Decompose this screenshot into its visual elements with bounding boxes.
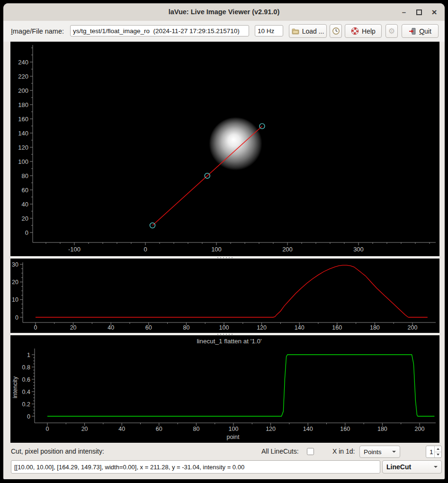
x-tick-label: 100 — [219, 324, 229, 331]
y-tick-label: 0.6 — [22, 376, 30, 383]
x-tick-label: 300 — [353, 246, 364, 253]
chevron-down-icon — [434, 466, 438, 468]
y-tick-label: 0.2 — [22, 401, 30, 408]
y-tick-label: 160 — [18, 116, 28, 123]
x-tick-label: 0 — [46, 426, 49, 432]
lifebuoy-help-icon — [351, 27, 359, 35]
x-tick-label: 200 — [415, 426, 425, 432]
window-title: laVue: Live Image Viewer (v2.91.0) — [3, 3, 445, 21]
x-tick-label: 100 — [211, 246, 222, 253]
minimize-button[interactable]: – — [396, 6, 412, 19]
image-plot[interactable]: 020406080100120140160180200220240-100010… — [10, 42, 439, 256]
tool-value: LineCut — [386, 463, 411, 471]
exit-door-icon — [409, 27, 416, 35]
y-tick-label: 10 — [12, 296, 18, 303]
y-tick-label: 120 — [18, 144, 28, 151]
x-tick-label: 80 — [183, 324, 189, 331]
window-controls: – × — [396, 3, 442, 21]
load-button-label: Load ... — [302, 27, 324, 35]
x-tick-label: 20 — [70, 324, 77, 331]
x-tick-label: 180 — [377, 426, 387, 432]
spin-value: 1 — [426, 446, 434, 457]
cut-intensity-plot[interactable]: 0102030020406080100120140160180200 — [10, 259, 439, 333]
linecut-flatten-plot[interactable]: 00.20.40.60.8102040608010012014016018020… — [10, 335, 439, 443]
y-tick-label: 220 — [18, 73, 28, 80]
close-icon: × — [431, 7, 437, 18]
y-tick-label: 80 — [22, 172, 28, 179]
chevron-down-icon — [392, 451, 396, 453]
y-tick-label: 0 — [25, 229, 28, 236]
spin-arrows — [434, 446, 441, 457]
cut-options-row: Cut, pixel position and intensity: All L… — [3, 444, 445, 459]
y-tick-label: 20 — [12, 279, 18, 286]
y-tick-label: 100 — [18, 158, 28, 165]
x-in-1d-value: Points — [364, 448, 382, 456]
refresh-rate-field[interactable] — [255, 25, 283, 36]
x-tick-label: 200 — [408, 324, 418, 331]
x-tick-label: 120 — [257, 324, 267, 331]
y-tick-label: 180 — [18, 101, 28, 108]
x-tick-label: 200 — [282, 246, 293, 253]
file-name-input[interactable] — [70, 25, 249, 36]
x-tick-label: 160 — [340, 426, 350, 432]
line-cut[interactable] — [152, 126, 262, 225]
x-in-1d-combobox[interactable]: Points — [359, 446, 400, 458]
y-tick-label: 0.8 — [22, 364, 30, 371]
gear-icon: ⚙ — [388, 27, 395, 35]
titlebar[interactable]: laVue: Live Image Viewer (v2.91.0) – × — [3, 3, 445, 21]
cut_intensity-curve — [36, 265, 428, 317]
x-tick-label: 180 — [370, 324, 380, 331]
x-tick-label: 80 — [193, 426, 199, 432]
all-linecuts-label: All LineCuts: — [261, 444, 299, 458]
x-tick-label: 0 — [143, 246, 147, 253]
y-tick-label: 60 — [22, 187, 28, 194]
spin-up-button[interactable] — [435, 446, 441, 452]
cut-position-label: Cut, pixel position and intensity: — [11, 444, 104, 458]
x-tick-label: 60 — [156, 426, 162, 432]
quit-button[interactable]: Quit — [402, 24, 439, 38]
y-tick-label: 240 — [18, 59, 28, 66]
all-linecuts-checkbox[interactable] — [307, 448, 314, 455]
reload-time-button[interactable] — [330, 24, 342, 38]
y-tick-label: 20 — [22, 215, 28, 222]
x-tick-label: 140 — [303, 426, 313, 432]
linecut-count-spinbox[interactable]: 1 — [426, 446, 442, 458]
maximize-icon — [416, 9, 422, 15]
quit-button-label: Quit — [419, 27, 431, 35]
y-tick-label: 40 — [22, 201, 28, 208]
plot-title: linecut_1 flatten at '1.0' — [197, 338, 261, 345]
close-button[interactable]: × — [427, 6, 442, 19]
image-blob — [209, 117, 262, 170]
x-tick-label: 140 — [295, 324, 305, 331]
y-tick-label: 0 — [15, 314, 18, 321]
app-window: laVue: Live Image Viewer (v2.91.0) – × I… — [3, 3, 445, 479]
y-tick-label: 30 — [12, 261, 18, 268]
settings-button[interactable]: ⚙ — [385, 24, 398, 38]
y-tick-label: 140 — [18, 130, 28, 137]
x-axis-label: point — [226, 434, 240, 440]
cut-status-input[interactable] — [11, 460, 380, 474]
linecut_1-curve — [47, 355, 434, 416]
file-name-label: Image/File name: — [11, 21, 64, 42]
help-button[interactable]: Help — [345, 24, 382, 38]
clock-icon — [332, 27, 340, 35]
x-tick-label: 40 — [108, 324, 114, 331]
plot-area: 020406080100120140160180200220240-100010… — [10, 42, 439, 443]
y-tick-label: 0.4 — [22, 389, 30, 395]
x-tick-label: 0 — [34, 324, 37, 331]
y-tick-label: 1 — [27, 352, 30, 358]
minimize-icon: – — [402, 8, 406, 16]
tool-combobox[interactable]: LineCut — [382, 460, 442, 474]
y-tick-label: 200 — [18, 87, 28, 94]
folder-icon — [292, 28, 299, 35]
x-tick-label: 160 — [332, 324, 342, 331]
toolbar: Image/File name: Load ... — [3, 21, 445, 42]
load-button[interactable]: Load ... — [289, 24, 327, 38]
spin-down-button[interactable] — [435, 452, 441, 458]
x-tick-label: 120 — [266, 426, 276, 432]
x-tick-label: 20 — [81, 426, 88, 432]
maximize-button[interactable] — [412, 6, 427, 19]
x-tick-label: 60 — [145, 324, 152, 331]
x-in-1d-label: X in 1d: — [332, 444, 355, 458]
x-tick-label: 40 — [118, 426, 125, 432]
